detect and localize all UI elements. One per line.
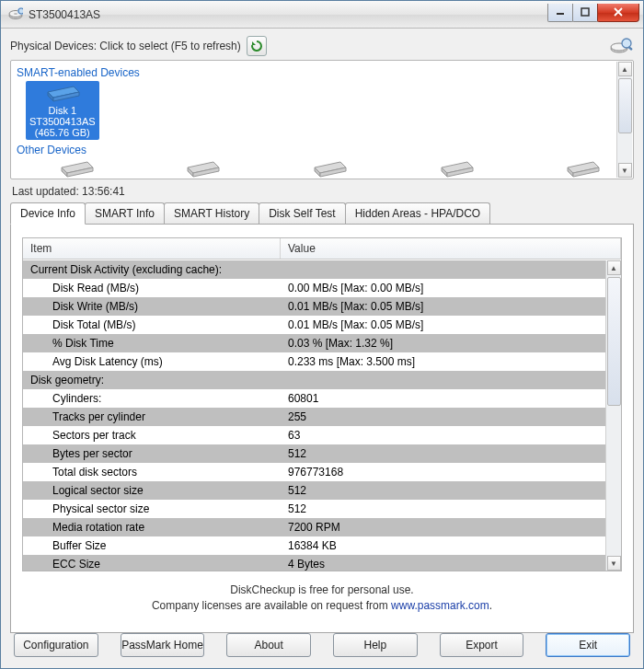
grid-cell-item: Current Disk Activity (excluding cache): <box>23 262 281 277</box>
topbar-label: Physical Devices: Click to select (F5 to… <box>10 40 241 52</box>
window-controls <box>548 4 639 22</box>
minimize-button[interactable] <box>547 4 573 22</box>
smart-device-row: Disk 1 ST3500413AS (465.76 GB) <box>17 81 627 140</box>
grid-cell-value: 16384 KB <box>281 538 605 553</box>
other-disk-icon[interactable] <box>438 158 475 179</box>
grid-row[interactable]: Tracks per cylinder255 <box>23 408 605 426</box>
button-bar: Configuration PassMark Home About Help E… <box>10 633 634 659</box>
grid-cell-value: 512 <box>281 483 605 498</box>
grid-cell-value: 60801 <box>281 391 605 406</box>
grid-cell-value: 0.01 MB/s [Max: 0.05 MB/s] <box>281 299 605 314</box>
disk-icon <box>44 83 81 103</box>
grid-cell-item: Cylinders: <box>23 391 281 406</box>
grid-cell-item: Disk Write (MB/s) <box>23 299 281 314</box>
grid-cell-item: Tracks per cylinder <box>23 409 281 424</box>
scroll-up-icon[interactable]: ▲ <box>607 260 621 275</box>
grid-cell-item: Logical sector size <box>23 483 281 498</box>
grid-cell-value <box>281 262 605 277</box>
footer-line2-suffix: . <box>489 599 492 612</box>
svg-rect-5 <box>581 8 589 16</box>
last-updated: Last updated: 13:56:41 <box>12 185 634 198</box>
grid-row[interactable]: Bytes per sector512 <box>23 444 605 463</box>
close-button[interactable] <box>597 4 639 22</box>
grid-row[interactable]: Disk geometry: <box>23 371 605 389</box>
export-button[interactable]: Export <box>440 633 524 657</box>
app-icon <box>8 7 23 22</box>
configuration-button[interactable]: Configuration <box>14 633 98 657</box>
grid-row[interactable]: Disk Write (MB/s)0.01 MB/s [Max: 0.05 MB… <box>23 297 605 316</box>
info-grid: Item Value Current Disk Activity (exclud… <box>22 237 622 571</box>
grid-header-value[interactable]: Value <box>281 238 621 259</box>
grid-row[interactable]: ECC Size4 Bytes <box>23 555 605 571</box>
about-button[interactable]: About <box>226 633 311 657</box>
svg-point-2 <box>14 13 17 15</box>
grid-cell-value: 0.03 % [Max: 1.32 %] <box>281 336 605 351</box>
grid-cell-item: Disk Read (MB/s) <box>23 281 281 295</box>
grid-row[interactable]: % Disk Time0.03 % [Max: 1.32 %] <box>23 334 605 352</box>
grid-cell-value: 512 <box>281 502 605 516</box>
grid-cell-item: Total disk sectors <box>23 465 281 479</box>
smart-devices-title: SMART-enabled Devices <box>17 66 627 79</box>
tab-hidden-areas[interactable]: Hidden Areas - HPA/DCO <box>345 202 491 224</box>
grid-cell-item: Bytes per sector <box>23 446 281 461</box>
grid-row[interactable]: Current Disk Activity (excluding cache): <box>23 260 605 279</box>
grid-cell-value: 255 <box>281 409 605 424</box>
scroll-thumb[interactable] <box>607 277 621 406</box>
other-disk-icon[interactable] <box>564 158 601 179</box>
footer-line1: DiskCheckup is free for personal use. <box>230 583 413 596</box>
grid-cell-item: Sectors per track <box>23 428 281 443</box>
tab-smart-history[interactable]: SMART History <box>164 202 259 224</box>
grid-cell-value: 976773168 <box>281 465 605 479</box>
grid-cell-value: 512 <box>281 446 605 461</box>
grid-cell-value: 4 Bytes <box>281 557 605 571</box>
passmark-home-button[interactable]: PassMark Home <box>121 633 205 657</box>
other-disk-icon[interactable] <box>58 158 95 179</box>
other-disk-icon[interactable] <box>184 158 221 179</box>
grid-cell-value <box>281 373 605 387</box>
grid-row[interactable]: Disk Read (MB/s)0.00 MB/s [Max: 0.00 MB/… <box>23 279 605 297</box>
refresh-button[interactable] <box>247 36 267 56</box>
tab-disk-self-test[interactable]: Disk Self Test <box>259 202 345 224</box>
tab-device-info[interactable]: Device Info <box>10 202 86 225</box>
grid-scrollbar[interactable]: ▲ ▼ <box>605 260 621 571</box>
device-disk1[interactable]: Disk 1 ST3500413AS (465.76 GB) <box>26 81 99 140</box>
device-panel-scrollbar[interactable]: ▲ ▼ <box>616 62 632 178</box>
device-label-line1: Disk 1 <box>29 105 96 116</box>
other-disk-icon[interactable] <box>311 158 348 179</box>
grid-row[interactable]: Cylinders:60801 <box>23 389 605 408</box>
exit-button[interactable]: Exit <box>546 633 630 657</box>
scroll-thumb[interactable] <box>618 78 632 133</box>
grid-cell-item: Avg Disk Latency (ms) <box>23 354 281 369</box>
scroll-up-icon[interactable]: ▲ <box>618 62 632 76</box>
grid-row[interactable]: Total disk sectors976773168 <box>23 463 605 481</box>
grid-cell-item: Media rotation rate <box>23 520 281 535</box>
footer-text: DiskCheckup is free for personal use. Co… <box>22 582 622 614</box>
grid-row[interactable]: Physical sector size512 <box>23 500 605 518</box>
device-label-line3: (465.76 GB) <box>29 127 96 138</box>
search-disk-icon[interactable] <box>610 36 634 56</box>
grid-cell-item: Disk geometry: <box>23 373 281 387</box>
tab-smart-info[interactable]: SMART Info <box>85 202 165 224</box>
grid-row[interactable]: Disk Total (MB/s)0.01 MB/s [Max: 0.05 MB… <box>23 316 605 334</box>
help-button[interactable]: Help <box>333 633 418 657</box>
grid-cell-item: ECC Size <box>23 557 281 571</box>
tab-body: Item Value Current Disk Activity (exclud… <box>10 224 634 633</box>
grid-row[interactable]: Logical sector size512 <box>23 481 605 500</box>
grid-cell-value: 0.00 MB/s [Max: 0.00 MB/s] <box>281 281 605 295</box>
grid-row[interactable]: Media rotation rate7200 RPM <box>23 518 605 536</box>
scroll-down-icon[interactable]: ▼ <box>607 556 621 571</box>
grid-cell-value: 0.01 MB/s [Max: 0.05 MB/s] <box>281 317 605 332</box>
grid-row[interactable]: Buffer Size16384 KB <box>23 536 605 555</box>
maximize-button[interactable] <box>572 4 598 22</box>
client-area: Physical Devices: Click to select (F5 to… <box>1 29 643 668</box>
grid-cell-item: Physical sector size <box>23 502 281 516</box>
grid-body: Current Disk Activity (excluding cache):… <box>23 260 605 571</box>
titlebar: ST3500413AS <box>1 1 643 29</box>
grid-row[interactable]: Sectors per track63 <box>23 426 605 444</box>
scroll-down-icon[interactable]: ▼ <box>618 163 632 178</box>
topbar: Physical Devices: Click to select (F5 to… <box>10 36 634 56</box>
grid-header-item[interactable]: Item <box>23 238 281 259</box>
footer-link[interactable]: www.passmark.com <box>391 599 489 612</box>
footer-line2-prefix: Company licenses are available on reques… <box>152 599 391 612</box>
grid-row[interactable]: Avg Disk Latency (ms)0.233 ms [Max: 3.50… <box>23 352 605 371</box>
